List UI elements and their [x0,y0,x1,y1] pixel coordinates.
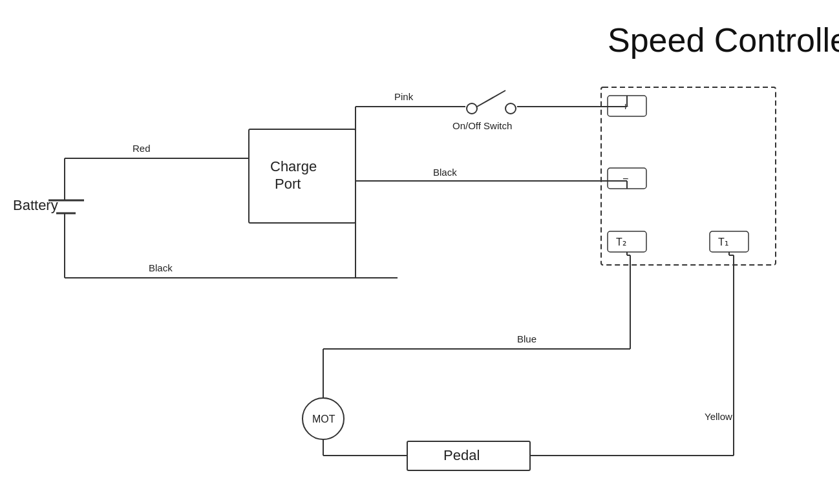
pedal-label: Pedal [443,447,480,463]
wire-label-blue: Blue [517,333,536,344]
charge-port-label-1: Charge [270,158,317,174]
terminal-t1-box [710,231,749,252]
switch-contact-left [467,103,477,114]
switch-lever [477,90,505,107]
wire-label-black-top: Black [433,167,457,178]
terminal-t1-label: T₁ [718,236,728,247]
page-title: Speed Controller [608,21,839,59]
terminal-t2-box [608,231,646,252]
wire-label-black-bottom: Black [149,262,173,273]
charge-port-box [249,129,356,223]
switch-contact-right [505,103,516,114]
wire-label-red: Red [133,143,151,154]
wire-label-pink: Pink [394,91,414,102]
switch-label: On/Off Switch [452,120,512,131]
motor-label: MOT [312,414,335,425]
battery-label: Battery [13,197,58,213]
charge-port-label-2: Port [275,176,301,192]
terminal-t2-label: T₂ [616,236,626,247]
wire-label-yellow: Yellow [705,411,732,422]
